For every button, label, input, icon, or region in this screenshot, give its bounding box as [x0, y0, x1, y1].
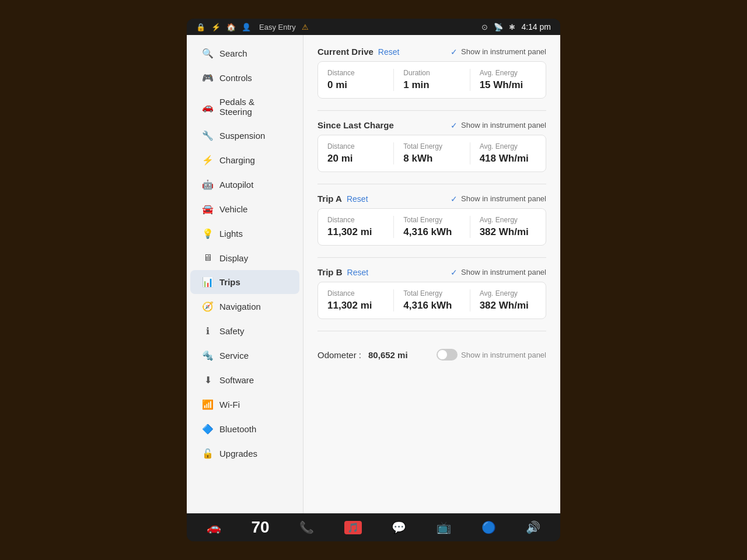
odometer-show-panel-label: Show in instrument panel [461, 351, 546, 359]
sidebar-item-wifi[interactable]: 📶 Wi-Fi [190, 393, 299, 416]
sidebar-item-vehicle[interactable]: 🚘 Vehicle [190, 197, 299, 221]
sidebar-item-trips[interactable]: 📊 Trips [190, 270, 299, 294]
divider-trip-a [317, 257, 546, 258]
check-icon-trip-a: ✓ [451, 194, 458, 204]
show-panel-label-since-last-charge: Show in instrument panel [461, 121, 546, 130]
sidebar-label-charging: Charging [219, 155, 255, 165]
show-panel-since-last-charge[interactable]: ✓ Show in instrument panel [451, 121, 546, 130]
taskbar-car[interactable]: 🚗 [207, 520, 221, 534]
bluetooth-icon: 🔷 [202, 424, 214, 435]
show-panel-trip-b[interactable]: ✓ Show in instrument panel [451, 268, 546, 277]
section-current-drive: Current DriveReset ✓ Show in instrument … [317, 47, 546, 99]
wifi-icon: 📶 [202, 399, 214, 410]
stat-label-trip-b-0: Distance [327, 289, 384, 298]
odometer-toggle[interactable]: Show in instrument panel [437, 349, 546, 360]
sidebar-item-safety[interactable]: ℹ Safety [190, 319, 299, 343]
stat-label-current-drive-1: Duration [403, 69, 460, 77]
show-panel-label-trip-b: Show in instrument panel [461, 268, 546, 276]
stat-value-trip-b-1: 4,316 kWh [403, 300, 460, 312]
section-header-trip-b: Trip BReset ✓ Show in instrument panel [317, 267, 546, 277]
reset-trip-a[interactable]: Reset [347, 194, 368, 204]
sidebar-label-upgrades: Upgrades [219, 449, 257, 459]
section-trip-b: Trip BReset ✓ Show in instrument panel D… [317, 267, 546, 319]
taskbar-display[interactable]: 📺 [437, 520, 451, 534]
navigation-icon: 🧭 [202, 301, 214, 312]
odometer-toggle-switch[interactable] [437, 349, 458, 360]
tesla-screen: 🔒 ⚡ 🏠 👤 Easy Entry ⚠ ⊙ 📡 ✱ 4:14 pm 🔍 Sea… [187, 19, 560, 541]
sidebar-item-suspension[interactable]: 🔧 Suspension [190, 124, 299, 148]
taskbar-phone[interactable]: 📞 [299, 520, 314, 534]
show-panel-label-current-drive: Show in instrument panel [461, 47, 546, 56]
sidebar-item-bluetooth[interactable]: 🔷 Bluetooth [190, 417, 299, 441]
sidebar-item-autopilot[interactable]: 🤖 Autopilot [190, 173, 299, 197]
stat-label-trip-b-1: Total Energy [403, 289, 460, 298]
stat-trip-b-1: Total Energy 4,316 kWh [394, 289, 470, 312]
vehicle-icon: 🚘 [202, 204, 214, 215]
sidebar-item-search[interactable]: 🔍 Search [190, 41, 299, 65]
bluetooth-icon: ✱ [509, 23, 515, 32]
stat-value-current-drive-1: 1 min [403, 79, 460, 91]
stats-card-trip-a: Distance 11,302 mi Total Energy 4,316 kW… [317, 208, 546, 246]
stat-trip-b-0: Distance 11,302 mi [318, 289, 394, 312]
show-panel-trip-a[interactable]: ✓ Show in instrument panel [451, 194, 546, 204]
sidebar-item-controls[interactable]: 🎮 Controls [190, 66, 299, 90]
reset-current-drive[interactable]: Reset [378, 47, 400, 57]
show-panel-current-drive[interactable]: ✓ Show in instrument panel [451, 47, 546, 57]
stat-trip-b-2: Avg. Energy 382 Wh/mi [470, 289, 546, 312]
reset-trip-b[interactable]: Reset [347, 268, 369, 277]
taskbar-dots[interactable]: 💬 [392, 520, 406, 534]
lightning-icon: ⚡ [211, 23, 221, 32]
stat-label-current-drive-0: Distance [327, 69, 384, 77]
stat-trip-a-1: Total Energy 4,316 kWh [394, 216, 470, 238]
stat-value-trip-b-2: 382 Wh/mi [480, 300, 536, 312]
content-panel: Current DriveReset ✓ Show in instrument … [303, 35, 560, 513]
odometer-value: 80,652 mi [368, 350, 408, 360]
sidebar-item-pedals[interactable]: 🚗 Pedals & Steering [190, 90, 299, 123]
stat-trip-a-0: Distance 11,302 mi [318, 216, 394, 238]
sidebar-label-safety: Safety [219, 326, 245, 336]
sidebar-item-service[interactable]: 🔩 Service [190, 344, 299, 368]
stat-value-trip-b-0: 11,302 mi [327, 300, 384, 312]
section-header-current-drive: Current DriveReset ✓ Show in instrument … [317, 47, 546, 57]
section-trip-a: Trip AReset ✓ Show in instrument panel D… [317, 194, 546, 246]
stat-label-trip-b-2: Avg. Energy [480, 289, 536, 298]
safety-icon: ℹ [202, 326, 214, 337]
sidebar-item-navigation[interactable]: 🧭 Navigation [190, 295, 299, 318]
section-title-current-drive: Current Drive [317, 47, 374, 57]
sidebar-item-display[interactable]: 🖥 Display [190, 246, 299, 270]
sidebar-label-pedals: Pedals & Steering [219, 97, 288, 117]
stat-label-trip-a-0: Distance [327, 216, 384, 224]
sidebar-item-software[interactable]: ⬇ Software [190, 368, 299, 392]
section-since-last-charge: Since Last Charge ✓ Show in instrument p… [317, 120, 546, 172]
sidebar-label-search: Search [219, 48, 247, 58]
stat-value-since-last-charge-1: 8 kWh [403, 153, 460, 164]
sidebar-item-charging[interactable]: ⚡ Charging [190, 148, 299, 172]
home-icon: 🏠 [226, 23, 236, 32]
stat-label-since-last-charge-2: Avg. Energy [480, 142, 536, 150]
taskbar-music[interactable]: 🎵 [344, 521, 362, 534]
stat-label-trip-a-1: Total Energy [403, 216, 460, 224]
stat-current-drive-1: Duration 1 min [394, 69, 470, 91]
taskbar-bluetooth[interactable]: 🔵 [481, 520, 496, 534]
stat-since-last-charge-1: Total Energy 8 kWh [394, 142, 470, 164]
lights-icon: 💡 [202, 228, 214, 239]
service-icon: 🔩 [202, 350, 214, 361]
search-icon: 🔍 [202, 48, 214, 59]
main-area: 🔍 Search 🎮 Controls 🚗 Pedals & Steering … [187, 35, 560, 513]
status-right-icons: ⊙ 📡 ✱ 4:14 pm [481, 22, 551, 32]
section-title-trip-b: Trip B [317, 267, 343, 277]
sidebar-label-wifi: Wi-Fi [219, 400, 240, 410]
stat-current-drive-0: Distance 0 mi [318, 69, 394, 91]
upgrades-icon: 🔓 [202, 448, 214, 459]
sidebar-label-navigation: Navigation [219, 302, 261, 312]
sidebar-item-upgrades[interactable]: 🔓 Upgrades [190, 442, 299, 466]
sidebar-item-lights[interactable]: 💡 Lights [190, 222, 299, 246]
odometer-row: Odometer : 80,652 mi Show in instrument … [317, 341, 546, 369]
taskbar-speed: 70 [251, 518, 269, 537]
check-icon-trip-b: ✓ [451, 268, 458, 277]
person-icon: 👤 [242, 23, 251, 32]
alert-icon: ⚠ [302, 23, 309, 32]
sidebar-label-controls: Controls [219, 73, 252, 83]
charging-icon: ⚡ [202, 155, 214, 166]
taskbar-volume[interactable]: 🔊 [526, 520, 540, 534]
